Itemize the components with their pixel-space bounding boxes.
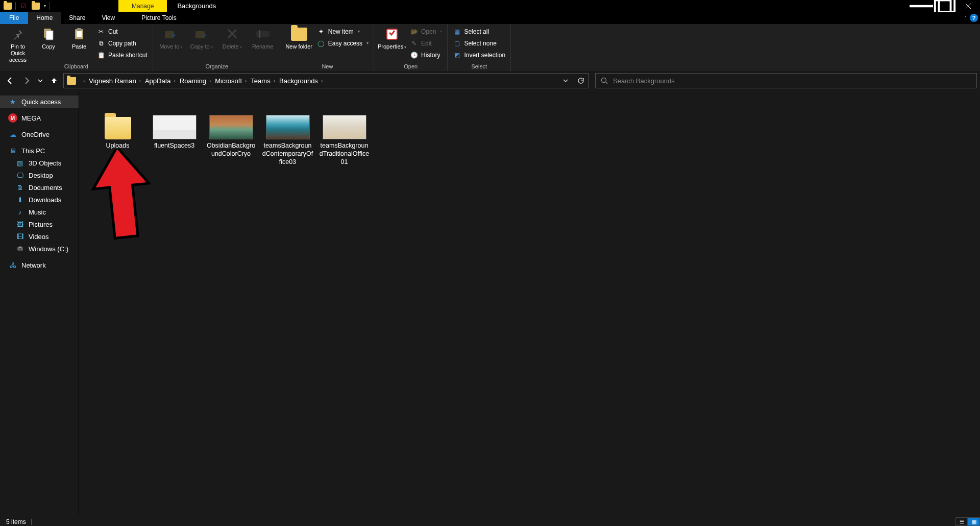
breadcrumb-item[interactable]: Teams›: [250, 74, 278, 88]
paste-shortcut-button[interactable]: 📋Paste shortcut: [95, 50, 150, 60]
cloud-icon: ☁: [8, 130, 17, 139]
sidebar-item-network[interactable]: 🖧Network: [0, 259, 79, 271]
sidebar-item-3d-objects[interactable]: ▧3D Objects: [0, 157, 79, 169]
breadcrumb-item[interactable]: Backgrounds›: [278, 74, 326, 88]
edit-button[interactable]: ✎Edit: [408, 38, 444, 49]
sidebar-item-drive-c[interactable]: ⛃Windows (C:): [0, 243, 79, 255]
delete-icon: [224, 26, 240, 42]
thumbnails-view-button[interactable]: ▦: [968, 517, 980, 526]
easy-access-label: Easy access: [328, 40, 362, 47]
new-folder-label: New folder: [285, 43, 312, 50]
svg-rect-6: [46, 31, 53, 40]
back-button[interactable]: [3, 74, 17, 88]
close-button[interactable]: [957, 0, 980, 12]
new-item-label: New item: [328, 28, 354, 35]
history-button[interactable]: 🕓History: [408, 50, 444, 60]
image-item-fluentspaces3[interactable]: fluentSpaces3: [146, 100, 203, 166]
new-folder-button[interactable]: New folder: [284, 25, 314, 50]
cut-button[interactable]: ✂Cut: [95, 26, 150, 37]
collapse-ribbon-icon[interactable]: ˄: [964, 15, 967, 21]
history-icon: 🕓: [410, 51, 418, 59]
sidebar-item-onedrive[interactable]: ☁OneDrive: [0, 128, 79, 140]
breadcrumb-item[interactable]: Microsoft›: [214, 74, 250, 88]
image-item-contemporary-office[interactable]: teamsBackgroundContemporaryOffice03: [259, 100, 316, 166]
item-label: teamsBackgroundTraditionalOffice01: [319, 141, 370, 166]
copy-path-button[interactable]: ⧉Copy path: [95, 38, 150, 49]
label: Windows (C:): [29, 245, 68, 253]
forward-button[interactable]: [19, 74, 34, 88]
maximize-button[interactable]: [933, 0, 957, 12]
image-item-obsidian[interactable]: ObsidianBackgroundColorCryo: [203, 100, 259, 166]
sidebar-item-pictures[interactable]: 🖼Pictures: [0, 218, 79, 230]
address-bar[interactable]: › Vignesh Raman› AppData› Roaming› Micro…: [63, 73, 589, 88]
up-button[interactable]: [47, 74, 61, 88]
sidebar-item-mega[interactable]: MMEGA: [0, 112, 79, 124]
copy-button[interactable]: Copy: [34, 25, 63, 50]
select-none-icon: ▢: [453, 39, 461, 47]
folder-icon: [96, 100, 140, 139]
easy-access-button[interactable]: ◯Easy access▾: [315, 38, 371, 49]
ribbon-group-open: Properties▾ 📂Open▾ ✎Edit 🕓History Open: [374, 24, 448, 71]
label: Network: [21, 261, 46, 269]
sidebar-item-documents[interactable]: 🗎Documents: [0, 181, 79, 194]
copy-to-icon: [193, 26, 210, 42]
delete-button[interactable]: Delete▾: [217, 25, 247, 51]
separator: [50, 2, 50, 10]
ribbon-tabs: File Home Share View Picture Tools ˄ ?: [0, 12, 980, 24]
tab-picture-tools[interactable]: Picture Tools: [133, 12, 184, 24]
sidebar-item-downloads[interactable]: ⬇Downloads: [0, 194, 79, 206]
tab-home[interactable]: Home: [28, 12, 61, 24]
details-view-button[interactable]: ☰: [955, 517, 968, 526]
rename-button[interactable]: Rename: [248, 25, 278, 50]
tab-share[interactable]: Share: [61, 12, 93, 24]
new-item-button[interactable]: ✦New item▾: [315, 26, 371, 37]
desktop-icon: 🖵: [15, 171, 24, 180]
image-item-traditional-office[interactable]: teamsBackgroundTraditionalOffice01: [316, 100, 373, 166]
window-title: Backgrounds: [177, 2, 216, 10]
file-list[interactable]: Uploads fluentSpaces3 ObsidianBackground…: [79, 90, 980, 517]
minimize-button[interactable]: [910, 0, 933, 12]
sidebar-item-quick-access[interactable]: ★Quick access: [0, 95, 79, 108]
breadcrumb-item[interactable]: AppData›: [144, 74, 179, 88]
status-bar: 5 items ☰ ▦: [0, 517, 980, 526]
group-label: Select: [451, 63, 507, 70]
pin-to-quick-access-button[interactable]: Pin to Quick access: [3, 25, 33, 63]
image-thumbnail: [209, 115, 253, 139]
move-to-button[interactable]: Move to▾: [156, 25, 186, 51]
qat-newfolder-icon[interactable]: [30, 1, 41, 12]
select-none-button[interactable]: ▢Select none: [451, 38, 507, 49]
qat-customize-dropdown[interactable]: ▾: [42, 0, 47, 12]
breadcrumb-sep[interactable]: ›: [79, 74, 88, 88]
qat-properties-icon[interactable]: ☑: [18, 1, 29, 12]
sidebar-item-videos[interactable]: 🎞Videos: [0, 230, 79, 243]
sidebar-item-music[interactable]: ♪Music: [0, 206, 79, 218]
context-tab-manage[interactable]: Manage: [118, 0, 167, 12]
easy-access-icon: ◯: [317, 39, 325, 47]
paste-button[interactable]: Paste: [64, 25, 94, 50]
sidebar-item-this-pc[interactable]: 🖥This PC: [0, 145, 79, 157]
select-all-button[interactable]: ▦Select all: [451, 26, 507, 37]
refresh-button[interactable]: [573, 74, 589, 88]
sidebar-item-desktop[interactable]: 🖵Desktop: [0, 169, 79, 181]
ribbon: Pin to Quick access Copy Paste ✂Cut ⧉Cop…: [0, 24, 980, 71]
recent-locations-button[interactable]: [36, 74, 45, 88]
breadcrumb-item[interactable]: Vignesh Raman›: [88, 74, 144, 88]
label: Quick access: [21, 98, 61, 106]
label: Downloads: [29, 196, 61, 204]
breadcrumb-item[interactable]: Roaming›: [179, 74, 214, 88]
help-icon[interactable]: ?: [970, 14, 978, 22]
history-label: History: [421, 52, 440, 59]
tab-view[interactable]: View: [93, 12, 123, 24]
address-dropdown-button[interactable]: [558, 74, 573, 88]
cube-icon: ▧: [15, 158, 24, 168]
properties-button[interactable]: Properties▾: [377, 25, 407, 51]
search-input[interactable]: Search Backgrounds: [595, 73, 977, 88]
copy-to-button[interactable]: Copy to▾: [187, 25, 216, 51]
new-item-icon: ✦: [317, 28, 325, 36]
cut-label: Cut: [108, 28, 118, 35]
tab-file[interactable]: File: [0, 12, 28, 24]
svg-rect-2: [939, 0, 955, 12]
open-icon: 📂: [410, 28, 418, 36]
invert-selection-button[interactable]: ◩Invert selection: [451, 50, 507, 60]
open-button[interactable]: 📂Open▾: [408, 26, 444, 37]
